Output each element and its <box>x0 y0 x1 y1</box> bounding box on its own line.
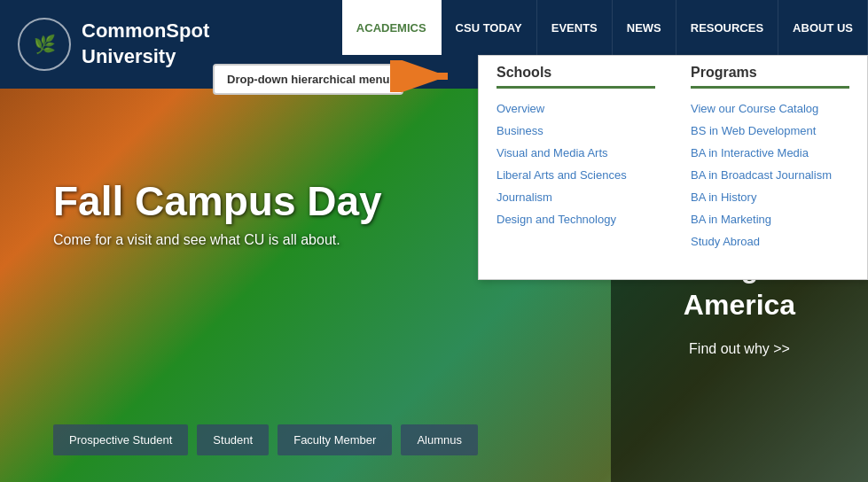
program-link-study-abroad[interactable]: Study Abroad <box>691 230 849 253</box>
dropdown-schools-col: Schools Overview Business Visual and Med… <box>479 65 673 270</box>
school-link-overview[interactable]: Overview <box>497 97 655 120</box>
hero-title: Fall Campus Day <box>53 177 382 225</box>
dropdown-columns: Schools Overview Business Visual and Med… <box>479 56 867 279</box>
program-link-marketing[interactable]: BA in Marketing <box>691 208 849 230</box>
nav-item-csu-today[interactable]: CSU TODAY <box>442 0 537 55</box>
btn-prospective-student[interactable]: Prospective Student <box>53 424 188 455</box>
logo-line1: CommonSpot <box>82 19 209 42</box>
hero-text-block: Fall Campus Day Come for a visit and see… <box>53 177 382 248</box>
logo-area: 🌿 CommonSpot University <box>18 18 209 71</box>
school-link-liberal-arts[interactable]: Liberal Arts and Sciences <box>497 164 655 186</box>
btn-student[interactable]: Student <box>197 424 269 455</box>
school-link-journalism[interactable]: Journalism <box>497 186 655 208</box>
logo-text: CommonSpot University <box>82 19 209 69</box>
btn-alumnus[interactable]: Alumnus <box>401 424 478 455</box>
nav-item-about-us[interactable]: ABOUT US <box>778 0 868 55</box>
nav-bar: ACADEMICS CSU TODAY EVENTS NEWS RESOURCE… <box>342 0 868 55</box>
school-link-visual-media[interactable]: Visual and Media Arts <box>497 142 655 164</box>
dropdown-menu: Schools Overview Business Visual and Med… <box>478 55 868 280</box>
dropdown-programs-col: Programs View our Course Catalog BS in W… <box>673 65 867 270</box>
program-link-broadcast-journalism[interactable]: BA in Broadcast Journalism <box>691 164 849 186</box>
school-link-design-tech[interactable]: Design and Technology <box>497 208 655 230</box>
program-link-course-catalog[interactable]: View our Course Catalog <box>691 97 849 120</box>
hero-subtitle: Come for a visit and see what CU is all … <box>53 232 382 248</box>
hero-buttons: Prospective Student Student Faculty Memb… <box>53 424 478 455</box>
program-link-interactive-media[interactable]: BA in Interactive Media <box>691 142 849 164</box>
schools-header: Schools <box>497 65 655 89</box>
nav-item-news[interactable]: NEWS <box>613 0 676 55</box>
nav-item-events[interactable]: EVENTS <box>537 0 613 55</box>
school-link-business[interactable]: Business <box>497 120 655 142</box>
callout-tooltip: Drop-down hierarchical menu <box>213 64 403 95</box>
right-panel-link[interactable]: Find out why >> <box>689 341 790 357</box>
program-link-web-dev[interactable]: BS in Web Development <box>691 120 849 142</box>
btn-faculty-member[interactable]: Faculty Member <box>278 424 392 455</box>
arrow-indicator <box>390 60 461 96</box>
nav-item-academics[interactable]: ACADEMICS <box>342 0 442 55</box>
programs-header: Programs <box>691 65 849 89</box>
nav-item-resources[interactable]: RESOURCES <box>676 0 778 55</box>
logo-line2: University <box>82 45 176 67</box>
program-link-history[interactable]: BA in History <box>691 186 849 208</box>
logo-emblem: 🌿 <box>18 18 71 71</box>
